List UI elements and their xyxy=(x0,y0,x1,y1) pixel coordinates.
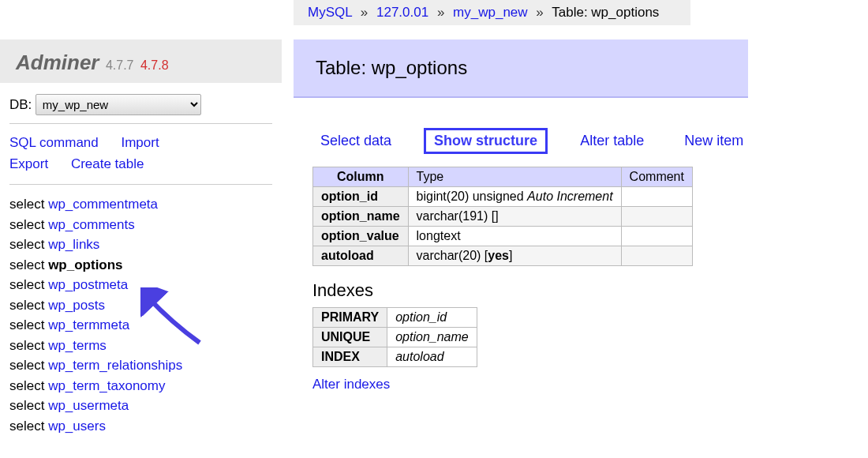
sql-command-link[interactable]: SQL command xyxy=(9,132,99,153)
table-row: UNIQUEoption_name xyxy=(313,327,477,347)
table-item: select wp_posts xyxy=(9,295,272,316)
table-item: select wp_options xyxy=(9,255,272,276)
table-row: option_valuelongtext xyxy=(313,226,693,246)
breadcrumb-db[interactable]: my_wp_new xyxy=(453,5,528,20)
tab-select-data[interactable]: Select data xyxy=(312,130,399,152)
tabs: Select data Show structure Alter table N… xyxy=(294,114,868,163)
table-row: autoloadvarchar(20) [yes] xyxy=(313,246,693,265)
index-column: autoload xyxy=(387,347,477,366)
version-current: 4.7.7 xyxy=(106,58,134,72)
column-type: longtext xyxy=(408,226,621,246)
breadcrumb-sep: » xyxy=(531,5,548,20)
column-name: option_value xyxy=(313,226,409,246)
table-link[interactable]: select wp_terms xyxy=(9,338,107,353)
tools: SQL command Import Export Create table xyxy=(9,124,272,185)
breadcrumb-driver[interactable]: MySQL xyxy=(308,5,352,20)
tab-alter-table[interactable]: Alter table xyxy=(572,130,652,152)
table-link[interactable]: select wp_postmeta xyxy=(9,277,128,292)
columns-header-comment: Comment xyxy=(621,167,692,186)
columns-header-type: Type xyxy=(408,167,621,186)
table-item: select wp_users xyxy=(9,416,272,437)
table-row: option_idbigint(20) unsigned Auto Increm… xyxy=(313,186,693,206)
app-title: Adminer xyxy=(16,51,99,74)
indexes-heading: Indexes xyxy=(312,280,868,301)
column-type: bigint(20) unsigned Auto Increment xyxy=(408,186,621,206)
tab-show-structure[interactable]: Show structure xyxy=(424,128,548,154)
table-item: select wp_commentmeta xyxy=(9,194,272,215)
table-item: select wp_termmeta xyxy=(9,315,272,336)
breadcrumb-sep: » xyxy=(356,5,372,20)
index-column: option_name xyxy=(387,327,477,347)
table-item: select wp_term_taxonomy xyxy=(9,376,272,396)
column-comment xyxy=(621,226,692,246)
export-link[interactable]: Export xyxy=(9,153,48,175)
import-link[interactable]: Import xyxy=(121,132,159,153)
logo-bar: Adminer 4.7.7 4.7.8 xyxy=(0,39,282,83)
column-comment xyxy=(621,246,692,265)
version-latest: 4.7.8 xyxy=(140,58,169,72)
breadcrumb-host[interactable]: 127.0.01 xyxy=(376,5,428,20)
table-list: select wp_commentmetaselect wp_commentss… xyxy=(9,185,272,445)
column-type: varchar(20) [yes] xyxy=(408,246,621,265)
table-link[interactable]: select wp_users xyxy=(9,419,106,434)
tab-new-item[interactable]: New item xyxy=(676,130,751,152)
table-link[interactable]: select wp_term_taxonomy xyxy=(9,378,165,393)
breadcrumb-sep: » xyxy=(432,5,449,20)
column-comment xyxy=(621,206,692,226)
table-item: select wp_links xyxy=(9,235,272,255)
breadcrumb: MySQL » 127.0.01 » my_wp_new » Table: wp… xyxy=(294,0,690,25)
indexes-table: PRIMARYoption_idUNIQUEoption_nameINDEXau… xyxy=(312,307,477,367)
page-title: Table: wp_options xyxy=(294,39,748,98)
columns-header-column: Column xyxy=(313,167,409,186)
index-column: option_id xyxy=(387,307,477,327)
table-link[interactable]: select wp_posts xyxy=(9,298,105,313)
db-label: DB: xyxy=(9,97,32,112)
table-item: select wp_terms xyxy=(9,336,272,356)
index-type: UNIQUE xyxy=(313,327,387,347)
column-comment xyxy=(621,186,692,206)
table-row: PRIMARYoption_id xyxy=(313,307,477,327)
table-link[interactable]: select wp_term_relationships xyxy=(9,358,182,373)
main-content: Table: wp_options Select data Show struc… xyxy=(294,39,868,399)
db-selector-row: DB: my_wp_new xyxy=(9,89,272,124)
column-name: autoload xyxy=(313,246,409,265)
column-type: varchar(191) [] xyxy=(408,206,621,226)
db-select[interactable]: my_wp_new xyxy=(36,94,201,115)
column-name: option_name xyxy=(313,206,409,226)
table-link[interactable]: select wp_comments xyxy=(9,217,135,232)
columns-table: Column Type Comment option_idbigint(20) … xyxy=(312,167,693,266)
create-table-link[interactable]: Create table xyxy=(71,153,144,175)
index-type: INDEX xyxy=(313,347,387,366)
alter-indexes-link[interactable]: Alter indexes xyxy=(312,377,390,392)
sidebar: Adminer 4.7.7 4.7.8 DB: my_wp_new SQL co… xyxy=(0,39,282,445)
table-item: select wp_usermeta xyxy=(9,396,272,416)
index-type: PRIMARY xyxy=(313,307,387,327)
table-link[interactable]: select wp_termmeta xyxy=(9,317,129,332)
table-row: option_namevarchar(191) [] xyxy=(313,206,693,226)
table-link[interactable]: select wp_links xyxy=(9,237,99,252)
table-row: INDEXautoload xyxy=(313,347,477,366)
table-link[interactable]: select wp_commentmeta xyxy=(9,197,158,212)
table-item: select wp_term_relationships xyxy=(9,355,272,376)
table-item: select wp_postmeta xyxy=(9,275,272,295)
column-name: option_id xyxy=(313,186,409,206)
table-link[interactable]: select wp_usermeta xyxy=(9,398,129,413)
table-link[interactable]: select wp_options xyxy=(9,257,123,272)
breadcrumb-table-label: Table: xyxy=(552,5,587,20)
table-item: select wp_comments xyxy=(9,215,272,235)
breadcrumb-table: wp_options xyxy=(591,5,659,20)
